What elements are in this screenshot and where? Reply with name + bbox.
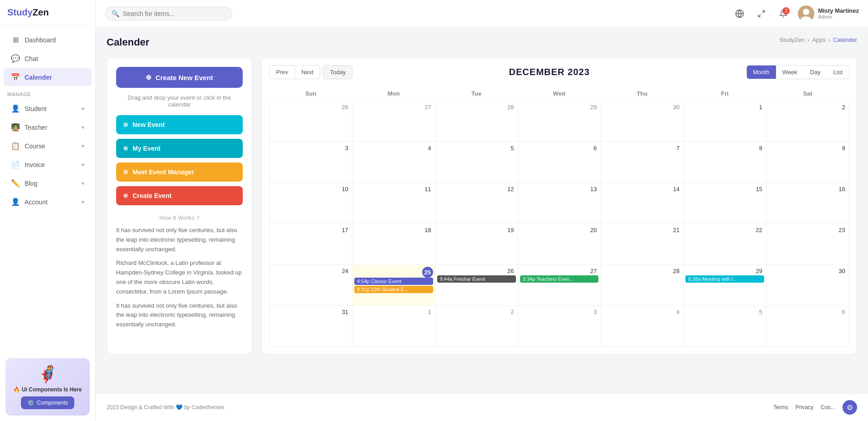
privacy-link[interactable]: Privacy: [796, 404, 813, 411]
calendar-cell[interactable]: 2: [435, 306, 518, 347]
day-number: 1: [685, 103, 764, 112]
user-info[interactable]: Misty Martinez Admin: [798, 5, 859, 22]
calendar-cell[interactable]: 29: [518, 101, 601, 142]
fullscreen-icon[interactable]: [754, 6, 769, 21]
calendar-week-row: 10111213141516: [270, 183, 849, 224]
calendar-cell[interactable]: 16: [766, 183, 849, 224]
calendar-cell[interactable]: 20: [518, 224, 601, 265]
event-chip[interactable]: 8:31p 12th Student E...: [354, 286, 433, 293]
search-icon: 🔍: [112, 10, 119, 17]
calendar-cell[interactable]: 12: [435, 183, 518, 224]
list-view-button[interactable]: List: [827, 66, 849, 79]
calendar-cell[interactable]: 28: [435, 101, 518, 142]
logo-zen: Zen: [33, 7, 49, 17]
calendar-cell[interactable]: 5: [435, 142, 518, 183]
prev-button[interactable]: Prev: [269, 65, 295, 79]
today-button[interactable]: Today: [323, 65, 352, 79]
cookies-link[interactable]: Coo...: [821, 404, 835, 411]
sidebar-item-dashboard[interactable]: ⊞ Dashboard: [4, 31, 92, 49]
calendar-cell[interactable]: 3: [518, 306, 601, 347]
notification-icon[interactable]: 2: [776, 6, 791, 21]
day-number: 25: [422, 267, 433, 278]
calendar-cell[interactable]: 21: [601, 224, 684, 265]
calendar-cell[interactable]: 30: [766, 265, 849, 306]
sidebar-item-label: Blog: [25, 180, 77, 187]
calendar-cell[interactable]: 8: [684, 142, 766, 183]
day-number: 9: [768, 144, 847, 152]
create-event-button[interactable]: Create Event: [116, 186, 243, 205]
sidebar-item-student[interactable]: 👤 Student ▾: [4, 100, 92, 117]
search-bar[interactable]: 🔍: [105, 7, 232, 20]
calendar-cell[interactable]: 269:44a Freshar Event: [435, 265, 518, 306]
how-it-works-p1: It has survived not only five centuries,…: [116, 226, 243, 254]
calendar-cell[interactable]: 254:54p Classic Event8:31p 12th Student …: [352, 265, 435, 306]
day-number: 26: [437, 267, 516, 275]
translate-icon[interactable]: [732, 6, 747, 21]
terms-link[interactable]: Terms: [773, 404, 788, 411]
calendar-cell[interactable]: 7: [601, 142, 684, 183]
calendar-cell[interactable]: 23: [766, 224, 849, 265]
calendar-cell[interactable]: 19: [435, 224, 518, 265]
calendar-cell[interactable]: 6: [766, 306, 849, 347]
sidebar-item-account[interactable]: 👤 Account ▾: [4, 193, 92, 211]
breadcrumb-studyzen: StudyZen: [779, 36, 805, 43]
calendar-cell[interactable]: 1: [352, 306, 435, 347]
calendar-cell[interactable]: 273:34p Teachers Even...: [518, 265, 601, 306]
calendar-cell[interactable]: 14: [601, 183, 684, 224]
calendar-cell[interactable]: 6: [518, 142, 601, 183]
calendar-cell[interactable]: 10: [270, 183, 352, 224]
components-button[interactable]: ⚙️ Components: [21, 396, 74, 409]
calendar-cell[interactable]: 17: [270, 224, 352, 265]
day-number: 7: [602, 144, 681, 152]
sidebar-item-course[interactable]: 📋 Course ▾: [4, 137, 92, 155]
event-chip[interactable]: 3:34p Teachers Even...: [520, 275, 599, 283]
calendar-cell[interactable]: 5: [684, 306, 766, 347]
calendar-cell[interactable]: 3: [270, 142, 352, 183]
calendar-cell[interactable]: 22: [684, 224, 766, 265]
event-chip[interactable]: 4:54p Classic Event: [354, 278, 433, 285]
search-input[interactable]: [123, 10, 225, 17]
calendar-cell[interactable]: 15: [684, 183, 766, 224]
day-number: 3: [271, 144, 350, 152]
calendar-cell[interactable]: 1: [684, 101, 766, 142]
day-number: 5: [437, 144, 516, 152]
calendar-cell[interactable]: 13: [518, 183, 601, 224]
sidebar-item-invoice[interactable]: 📄 Invoice ▾: [4, 156, 92, 173]
month-view-button[interactable]: Month: [747, 66, 776, 79]
logo-study: Study: [7, 7, 33, 17]
calendar-cell[interactable]: 4: [352, 142, 435, 183]
settings-icon[interactable]: ⚙: [842, 400, 857, 415]
sidebar-item-calender[interactable]: 📅 Calender: [4, 68, 92, 86]
meet-event-manager-button[interactable]: Meet Event Manager: [116, 162, 243, 182]
calendar-cell[interactable]: 9: [766, 142, 849, 183]
calendar-cell[interactable]: 11: [352, 183, 435, 224]
day-header: Wed: [518, 86, 601, 101]
event-chip[interactable]: 9:44a Freshar Event: [437, 275, 516, 283]
calendar-cell[interactable]: 4: [601, 306, 684, 347]
calendar-cell[interactable]: 2: [766, 101, 849, 142]
day-number: 30: [768, 267, 847, 275]
day-view-button[interactable]: Day: [804, 66, 827, 79]
gear-icon: ⚙️: [27, 400, 34, 406]
my-event-button[interactable]: My Event: [116, 139, 243, 158]
calendar-cell[interactable]: 28: [601, 265, 684, 306]
week-view-button[interactable]: Week: [776, 66, 804, 79]
calendar-cell[interactable]: 27: [352, 101, 435, 142]
calendar-cell[interactable]: 31: [270, 306, 352, 347]
sidebar-item-teacher[interactable]: 🧑‍🏫 Teacher ▾: [4, 118, 92, 136]
event-chip[interactable]: 6:28a Meeting with I...: [685, 275, 764, 283]
next-button[interactable]: Next: [295, 65, 321, 79]
sidebar-item-chat[interactable]: 💬 Chat: [4, 50, 92, 67]
calendar-header: Prev Next Today DECEMBER 2023 Month Week…: [269, 65, 849, 79]
calendar-cell[interactable]: 18: [352, 224, 435, 265]
create-new-event-button[interactable]: ⊕ Create New Event: [116, 67, 243, 88]
sidebar-item-blog[interactable]: ✏️ Blog ▾: [4, 174, 92, 192]
content-area: Calender StudyZen › Apps › Calender ⊕ Cr…: [96, 27, 868, 393]
calendar-cell[interactable]: 30: [601, 101, 684, 142]
new-event-button[interactable]: New Event: [116, 115, 243, 134]
calendar-cell[interactable]: 26: [270, 101, 352, 142]
calendar-cell[interactable]: 24: [270, 265, 352, 306]
breadcrumb-separator: ›: [828, 36, 830, 43]
calendar-cell[interactable]: 296:28a Meeting with I...: [684, 265, 766, 306]
day-number: 8: [685, 144, 764, 152]
